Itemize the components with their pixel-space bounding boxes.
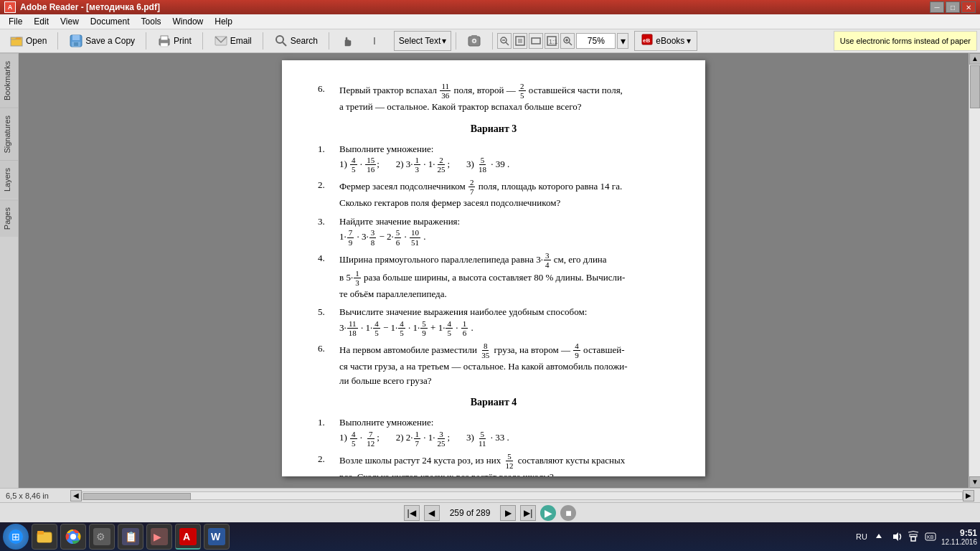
svg-text:A: A — [183, 531, 190, 542]
play-button[interactable]: ▶ — [540, 505, 556, 521]
volume-icon[interactable] — [890, 530, 903, 543]
taskbar-chrome[interactable] — [60, 524, 86, 550]
clock: 9:51 12.11.2016 — [941, 528, 977, 546]
separator — [57, 32, 58, 50]
zoom-out-button[interactable] — [497, 33, 512, 49]
svg-rect-8 — [161, 43, 168, 47]
fraction: 17 — [414, 430, 421, 448]
zoom-area: 1:1 75% ▾ — [497, 33, 628, 49]
svg-point-15 — [473, 39, 476, 42]
taskbar-adobe-reader[interactable]: A — [175, 524, 201, 550]
page-indicator: 259 of 289 — [444, 508, 496, 518]
v3-problem-5: 5. Вычислите значение выражения наиболее… — [318, 305, 669, 337]
taskbar-word[interactable]: W — [204, 524, 230, 550]
actual-size-button[interactable]: 1:1 — [545, 33, 559, 49]
language-indicator[interactable]: RU — [855, 530, 868, 543]
problem-text: Найдите значение выражения: 1·79 · 3·38 … — [339, 215, 669, 247]
zoom-value[interactable]: 75% — [576, 33, 616, 49]
separator — [329, 32, 329, 50]
prev-page-button[interactable]: ◀ — [424, 505, 440, 521]
fit-page-button[interactable] — [513, 33, 527, 49]
taskbar-app4[interactable]: 📋 — [118, 524, 143, 550]
email-button[interactable]: Email — [207, 31, 258, 51]
fraction: 16 — [461, 319, 468, 337]
svg-text:W: W — [211, 531, 221, 542]
menu-view[interactable]: View — [55, 15, 85, 28]
cursor-tool-button[interactable]: I — [364, 31, 391, 51]
keyboard-layout-icon[interactable]: KB — [924, 530, 937, 543]
adobe-icon: A — [4, 1, 16, 13]
problem-num: 1. — [318, 142, 339, 174]
scroll-track[interactable] — [969, 65, 980, 476]
last-page-button[interactable]: ▶| — [520, 505, 536, 521]
pages-tab[interactable]: Pages — [0, 199, 18, 237]
svg-line-18 — [506, 42, 509, 45]
taskbar-app3[interactable]: ⚙ — [89, 524, 115, 550]
tray-expand-button[interactable] — [872, 530, 885, 543]
svg-point-10 — [276, 36, 283, 43]
menu-file[interactable]: File — [3, 15, 28, 28]
snapshot-icon — [467, 34, 481, 48]
scroll-right-button[interactable]: ▶ — [963, 490, 974, 501]
svg-rect-51 — [910, 534, 917, 537]
window-controls[interactable]: ─ □ ✕ — [930, 1, 976, 13]
menu-document[interactable]: Document — [85, 15, 136, 28]
scroll-thumb[interactable] — [970, 65, 980, 108]
h-scroll-thumb[interactable] — [83, 493, 191, 500]
start-button[interactable]: ⊞ — [3, 524, 29, 550]
bookmarks-tab[interactable]: Bookmarks — [0, 53, 18, 108]
fraction: 49 — [573, 342, 580, 359]
minimize-button[interactable]: ─ — [930, 1, 944, 13]
first-page-button[interactable]: |◀ — [404, 505, 420, 521]
toolbar: Open Save a Copy Print Email — [0, 29, 980, 53]
hand-icon — [340, 34, 354, 48]
pdf-page: 6. Первый трактор вспахал 1136 поля, вто… — [282, 60, 705, 476]
problem-num: 3. — [318, 215, 339, 247]
svg-text:⚙: ⚙ — [96, 531, 105, 542]
problem-num: 2. — [318, 178, 339, 210]
date-display: 12.11.2016 — [941, 538, 977, 546]
forms-notice: Use electronic forms instead of paper — [834, 31, 977, 51]
network-icon[interactable] — [907, 530, 920, 543]
zoom-dropdown-button[interactable]: ▾ — [617, 33, 628, 49]
layers-tab[interactable]: Layers — [0, 160, 18, 199]
time-display: 9:51 — [941, 528, 977, 538]
hand-tool-button[interactable] — [334, 31, 361, 51]
problem-num: 6. — [318, 82, 339, 114]
separator — [146, 32, 146, 50]
scroll-up-button[interactable]: ▲ — [969, 53, 980, 65]
problem-text: Выполните умножение: 1) 45 · 712; 2) 2·1… — [339, 415, 669, 448]
main-area: Bookmarks Signatures Layers Pages 6. Пер… — [0, 53, 980, 488]
ebooks-button[interactable]: eB eBooks ▾ — [634, 31, 697, 51]
select-text-dropdown[interactable]: Select Text ▾ — [394, 31, 451, 51]
v4-problem-2: 2. Возле школы растут 24 куста роз, из н… — [318, 452, 669, 476]
search-button[interactable]: Search — [268, 31, 324, 51]
menu-window[interactable]: Window — [167, 15, 209, 28]
menu-tools[interactable]: Tools — [136, 15, 167, 28]
next-page-button[interactable]: ▶ — [500, 505, 516, 521]
menu-help[interactable]: Help — [209, 15, 238, 28]
svg-marker-48 — [876, 534, 882, 538]
fit-width-button[interactable] — [529, 33, 543, 49]
taskbar-app5[interactable]: ▶ — [146, 524, 172, 550]
close-button[interactable]: ✕ — [961, 1, 976, 13]
print-button[interactable]: Print — [151, 31, 198, 51]
separator — [263, 32, 263, 50]
variant4-title: Вариант 4 — [318, 395, 669, 410]
open-button[interactable]: Open — [3, 31, 53, 51]
separator — [456, 32, 456, 50]
restore-button[interactable]: □ — [946, 1, 960, 13]
snapshot-button[interactable] — [461, 31, 488, 51]
zoom-in-button[interactable] — [560, 33, 575, 49]
signatures-tab[interactable]: Signatures — [0, 108, 18, 161]
taskbar-file-explorer[interactable] — [32, 524, 57, 550]
menu-edit[interactable]: Edit — [28, 15, 55, 28]
select-text-label: Select Text — [399, 36, 440, 46]
status-bar: 6,5 x 8,46 in ◀ ▶ — [0, 488, 980, 502]
scroll-down-button[interactable]: ▼ — [969, 476, 980, 488]
scroll-left-button[interactable]: ◀ — [70, 490, 82, 501]
stop-button[interactable]: ■ — [560, 505, 576, 521]
svg-rect-7 — [161, 36, 168, 40]
problem-text: Первый трактор вспахал 1136 поля, второй… — [339, 82, 669, 114]
save-copy-button[interactable]: Save a Copy — [62, 31, 141, 51]
